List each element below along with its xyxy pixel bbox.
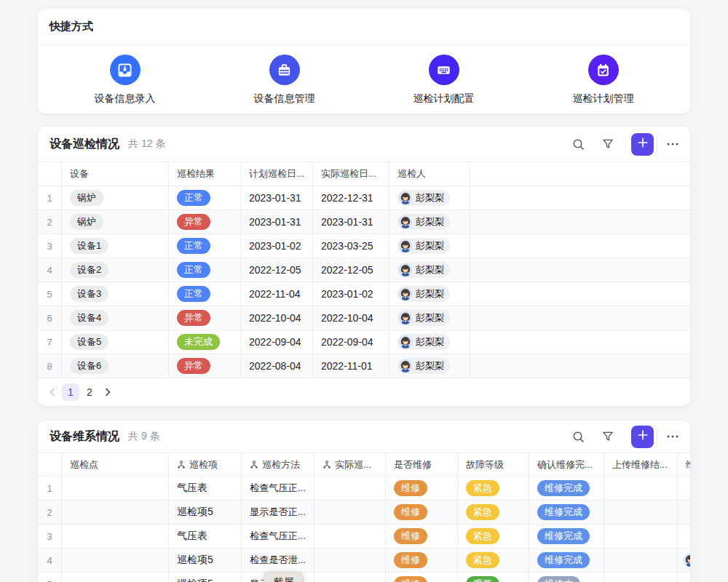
shortcut-设备信息录入[interactable]: 设备信息录入 — [45, 45, 205, 113]
repair-pill[interactable]: 维修 — [394, 552, 427, 568]
level-cell[interactable]: 紧急 — [458, 525, 529, 548]
level-pill[interactable]: 紧急 — [466, 552, 499, 568]
confirm-cell[interactable]: 维修中 — [529, 573, 604, 582]
person-tag[interactable]: 彭梨梨 — [397, 190, 450, 206]
add-record-button[interactable] — [631, 426, 654, 448]
person-tag[interactable]: 彭梨梨 — [397, 310, 450, 326]
actual-result-cell[interactable] — [314, 549, 386, 572]
actual-result-cell[interactable] — [314, 501, 386, 524]
column-header-巡检结果[interactable]: 巡检结果 — [169, 162, 241, 186]
actual-date-cell[interactable]: 2022-12-05 — [313, 258, 389, 282]
level-pill[interactable]: 紧急 — [466, 528, 499, 544]
column-header-实际巡检日...[interactable]: 实际巡检日... — [313, 162, 389, 186]
inspection-row-1[interactable]: 1锅炉正常2023-01-312022-12-31 彭梨梨 — [38, 186, 690, 210]
repair-cell[interactable]: 维修 — [386, 501, 458, 524]
person-tag[interactable]: 彭梨梨 — [397, 214, 450, 230]
device-cell[interactable]: 设备5 — [62, 330, 169, 354]
column-header-设备[interactable]: 设备 — [62, 162, 169, 186]
shortcut-设备信息管理[interactable]: 设备信息管理 — [205, 45, 364, 113]
person-tag[interactable]: 彭梨梨 — [397, 334, 450, 350]
inspection-row-4[interactable]: 4设备2正常2022-12-052022-12-05 彭梨梨 — [38, 258, 690, 282]
column-header-巡检点[interactable]: 巡检点 — [62, 453, 169, 476]
column-header-上传维修结...[interactable]: 上传维修结... — [604, 453, 678, 476]
method-cell[interactable]: 显示是否正... — [242, 501, 314, 524]
confirm-pill[interactable]: 维修完成 — [537, 480, 590, 496]
column-header-巡检人[interactable]: 巡检人 — [389, 162, 470, 186]
repair-cell[interactable]: 维修 — [386, 477, 458, 500]
method-cell[interactable]: 检查是否泄... — [242, 549, 314, 572]
actual-result-cell[interactable] — [314, 573, 386, 582]
person-cell[interactable]: 彭梨梨 — [389, 330, 470, 354]
result-pill[interactable]: 异常 — [177, 310, 210, 326]
column-header-确认维修完...[interactable]: 确认维修完... — [529, 453, 604, 476]
result-pill[interactable]: 正常 — [177, 262, 210, 278]
confirm-cell[interactable]: 维修完成 — [529, 525, 604, 548]
result-cell[interactable]: 未完成 — [169, 330, 241, 354]
briefcase-icon[interactable] — [269, 55, 300, 85]
device-cell[interactable]: 锅炉 — [62, 186, 169, 210]
person-cell[interactable]: 彭梨梨 — [389, 354, 470, 378]
result-cell[interactable]: 正常 — [169, 258, 241, 282]
result-cell[interactable]: 正常 — [169, 234, 241, 258]
item-cell[interactable]: 气压表 — [169, 525, 242, 548]
shortcut-巡检计划配置[interactable]: 巡检计划配置 — [364, 45, 523, 113]
item-cell[interactable]: 气压表 — [169, 477, 242, 500]
column-header-计划巡检日...[interactable]: 计划巡检日... — [241, 162, 313, 186]
repair-cell[interactable]: 维修 — [386, 549, 458, 572]
result-cell[interactable]: 正常 — [169, 186, 241, 210]
inspection-row-3[interactable]: 3设备1正常2023-01-022023-03-25 彭梨梨 — [38, 234, 690, 258]
repair-pill[interactable]: 维修 — [394, 480, 427, 496]
person-tag[interactable]: 彭梨梨 — [397, 358, 450, 374]
chevron-right-icon[interactable] — [99, 383, 116, 401]
device-cell[interactable]: 设备1 — [62, 234, 169, 258]
person-tag[interactable]: 彭梨梨 — [397, 286, 450, 302]
method-cell[interactable]: 检查气压正... — [242, 477, 314, 500]
point-cell[interactable] — [62, 525, 169, 548]
level-cell[interactable]: 紧急 — [458, 549, 529, 572]
confirm-cell[interactable]: 维修完成 — [529, 477, 604, 500]
device-tag[interactable]: 设备4 — [70, 310, 108, 326]
more-icon[interactable] — [662, 134, 683, 154]
result-pill[interactable]: 异常 — [177, 214, 210, 230]
maintenance-row-1[interactable]: 1气压表检查气压正...维修紧急维修完成 — [38, 477, 690, 501]
actual-date-cell[interactable]: 2023-03-25 — [313, 234, 389, 258]
column-header-实际巡...[interactable]: 实际巡... — [314, 453, 386, 476]
page-1[interactable]: 1 — [62, 383, 79, 401]
person-tag[interactable]: 彭梨梨 — [397, 262, 450, 278]
device-cell[interactable]: 设备6 — [62, 354, 169, 378]
device-tag[interactable]: 设备2 — [70, 262, 108, 278]
result-pill[interactable]: 正常 — [177, 190, 210, 206]
planned-date-cell[interactable]: 2023-01-31 — [241, 186, 313, 210]
point-cell[interactable] — [62, 573, 169, 582]
upload-cell[interactable] — [604, 501, 678, 524]
repair-pill[interactable]: 维修 — [394, 504, 427, 520]
result-pill[interactable]: 异常 — [177, 358, 210, 374]
result-cell[interactable]: 异常 — [169, 354, 241, 378]
device-tag[interactable]: 设备1 — [70, 238, 108, 254]
upload-cell[interactable] — [604, 573, 678, 582]
item-cell[interactable]: 巡检项5 — [169, 573, 242, 582]
shortcut-巡检计划管理[interactable]: 巡检计划管理 — [523, 45, 683, 113]
search-icon[interactable] — [568, 426, 588, 447]
confirm-pill[interactable]: 维修完成 — [537, 552, 590, 568]
level-pill[interactable]: 重要 — [466, 576, 499, 582]
device-tag[interactable]: 设备5 — [70, 334, 108, 350]
repair-person-cell[interactable] — [678, 549, 690, 572]
planned-date-cell[interactable]: 2022-11-04 — [241, 282, 313, 306]
person-cell[interactable]: 彭梨梨 — [389, 282, 470, 306]
level-cell[interactable]: 紧急 — [458, 501, 529, 524]
maintenance-row-2[interactable]: 2巡检项5显示是否正...维修紧急维修完成 — [38, 501, 690, 525]
person-tag[interactable]: 彭梨梨 — [397, 238, 450, 254]
upload-cell[interactable] — [604, 477, 678, 500]
actual-date-cell[interactable]: 2023-01-31 — [313, 210, 389, 234]
actual-date-cell[interactable]: 2022-09-04 — [313, 330, 389, 354]
upload-cell[interactable] — [604, 525, 678, 548]
maintenance-row-3[interactable]: 3气压表检查气压正...维修紧急维修完成 — [38, 525, 690, 549]
device-tag[interactable]: 设备6 — [70, 358, 108, 374]
person-cell[interactable]: 彭梨梨 — [389, 234, 470, 258]
planned-date-cell[interactable]: 2022-08-04 — [241, 354, 313, 378]
filter-icon[interactable] — [598, 134, 618, 154]
column-header-巡检方法[interactable]: 巡检方法 — [242, 453, 314, 476]
confirm-cell[interactable]: 维修完成 — [529, 501, 604, 524]
device-cell[interactable]: 设备2 — [62, 258, 169, 282]
